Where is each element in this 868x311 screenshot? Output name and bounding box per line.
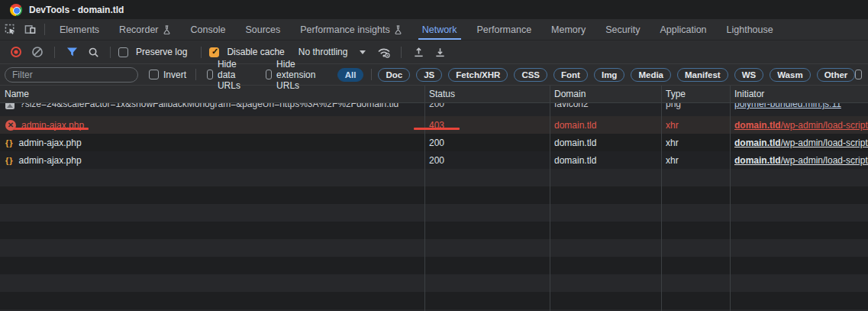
tab-security[interactable]: Security	[595, 19, 650, 40]
experiment-flask-icon	[394, 25, 402, 34]
domain-value: favicon2	[554, 103, 589, 109]
annotation-underline-status	[414, 128, 460, 130]
initiator-link[interactable]: polymer-bundled.min.js:11	[734, 103, 841, 109]
script-braces-icon: {}	[5, 138, 14, 147]
type-value: xhr	[661, 155, 730, 166]
type-filter-manifest[interactable]: Manifest	[677, 68, 728, 82]
column-header-status[interactable]: Status	[424, 89, 550, 99]
filter-funnel-icon[interactable]	[63, 43, 81, 61]
tab-performance[interactable]: Performance	[467, 19, 542, 40]
title-bar: DevTools - domain.tld	[0, 0, 868, 19]
search-icon[interactable]	[84, 43, 102, 61]
request-row[interactable]: {} admin-ajax.php 200 domain.tld xhr dom…	[0, 151, 868, 169]
inspect-element-icon[interactable]	[0, 19, 20, 40]
column-divider	[661, 86, 662, 311]
status-value: 200	[429, 103, 444, 109]
devtools-window: DevTools - domain.tld Elements Recorder …	[0, 0, 868, 311]
active-tab-underline	[418, 38, 461, 40]
column-header-type[interactable]: Type	[661, 89, 730, 99]
hide-extension-urls-label: Hide extension URLs	[276, 59, 327, 91]
requests-table-header: Name Status Domain Type Initiator	[0, 86, 868, 103]
divider	[201, 47, 202, 58]
table-empty-row	[0, 186, 868, 204]
network-toolbar: Preserve log Disable cache No throttling	[0, 40, 868, 64]
type-filter-other[interactable]: Other	[817, 68, 856, 82]
type-filter-img[interactable]: Img	[594, 68, 624, 82]
table-empty-row	[0, 239, 868, 257]
type-value: xhr	[661, 138, 730, 148]
tab-console[interactable]: Console	[181, 19, 236, 40]
initiator-link[interactable]: domain.tld/wp-admin/load-scripts.php	[730, 155, 868, 166]
network-conditions-icon[interactable]	[375, 43, 393, 61]
tab-sources[interactable]: Sources	[235, 19, 290, 40]
request-row[interactable]: ?size=24&scaleFactor=1x&showFallbackMono…	[0, 103, 868, 116]
chrome-logo-icon	[10, 4, 22, 16]
record-network-log-icon[interactable]	[7, 43, 25, 61]
divider	[110, 47, 111, 58]
type-filter-media[interactable]: Media	[631, 68, 671, 82]
type-filter-doc[interactable]: Doc	[378, 68, 410, 82]
status-value: 200	[424, 138, 550, 148]
device-toolbar-icon[interactable]	[20, 19, 40, 40]
table-empty-row	[0, 222, 868, 239]
type-filter-js[interactable]: JS	[416, 68, 442, 82]
annotation-underline-name	[14, 128, 89, 130]
hide-data-urls-checkbox[interactable]	[207, 70, 213, 79]
type-value: png	[666, 103, 681, 109]
type-filter-all[interactable]: All	[337, 68, 364, 82]
column-divider	[424, 86, 425, 311]
request-row[interactable]: ✕ admin-ajax.php 403 domain.tld xhr doma…	[0, 116, 868, 134]
tab-performance-insights[interactable]: Performance insights	[290, 19, 411, 40]
import-har-icon[interactable]	[409, 43, 428, 61]
tab-application[interactable]: Application	[650, 19, 716, 40]
type-filter-fetch-xhr[interactable]: Fetch/XHR	[448, 68, 508, 82]
divider	[44, 24, 45, 35]
domain-value: domain.tld	[550, 155, 661, 166]
type-filter-font[interactable]: Font	[553, 68, 588, 82]
filter-input[interactable]	[5, 67, 138, 83]
disable-cache-label: Disable cache	[227, 47, 284, 57]
invert-label: Invert	[163, 70, 186, 80]
preserve-log-label: Preserve log	[136, 47, 187, 57]
request-name: admin-ajax.php	[19, 138, 82, 148]
network-filter-bar: Invert Hide data URLs Hide extension URL…	[0, 64, 868, 86]
request-name: ?size=24&scaleFactor=1x&showFallbackMono…	[20, 103, 399, 109]
domain-value: domain.tld	[550, 138, 661, 148]
column-header-domain[interactable]: Domain	[550, 89, 661, 99]
export-har-icon[interactable]	[431, 43, 449, 61]
status-value: 200	[424, 155, 550, 166]
type-filter-ws[interactable]: WS	[734, 68, 764, 82]
column-header-initiator[interactable]: Initiator	[730, 89, 868, 99]
initiator-link[interactable]: domain.tld/wp-admin/load-scripts.php	[730, 138, 868, 148]
divider	[54, 47, 55, 58]
table-empty-row	[0, 292, 868, 309]
hide-extension-urls-checkbox[interactable]	[266, 70, 272, 79]
table-empty-row	[0, 274, 868, 292]
column-divider	[550, 86, 550, 311]
column-header-name[interactable]: Name	[0, 89, 424, 99]
disable-cache-checkbox[interactable]	[209, 47, 219, 57]
tab-network[interactable]: Network	[412, 19, 467, 40]
invert-checkbox[interactable]	[149, 70, 159, 79]
throttling-dropdown[interactable]: No throttling	[298, 47, 366, 57]
throttling-value: No throttling	[298, 47, 348, 57]
domain-value: domain.tld	[550, 120, 661, 131]
blocked-cookies-checkbox[interactable]	[855, 70, 862, 79]
type-filter-wasm[interactable]: Wasm	[770, 68, 810, 82]
tab-recorder[interactable]: Recorder	[109, 19, 180, 40]
script-braces-icon: {}	[5, 156, 14, 165]
type-value: xhr	[661, 120, 730, 131]
window-title: DevTools - domain.tld	[29, 5, 124, 15]
request-type-filters: All Doc JS Fetch/XHR CSS Font Img Media …	[337, 68, 856, 82]
initiator-link[interactable]: domain.tld/wp-admin/load-scripts.php	[730, 120, 868, 131]
experiment-flask-icon	[163, 25, 171, 34]
tab-elements[interactable]: Elements	[50, 19, 109, 40]
type-filter-css[interactable]: CSS	[514, 68, 547, 82]
tab-memory[interactable]: Memory	[541, 19, 595, 40]
request-row[interactable]: {} admin-ajax.php 200 domain.tld xhr dom…	[0, 134, 868, 151]
tab-lighthouse[interactable]: Lighthouse	[717, 19, 783, 40]
table-empty-row	[0, 204, 868, 222]
hide-data-urls-label: Hide data URLs	[218, 59, 255, 91]
clear-network-log-icon[interactable]	[28, 43, 47, 61]
preserve-log-checkbox[interactable]	[118, 47, 128, 57]
